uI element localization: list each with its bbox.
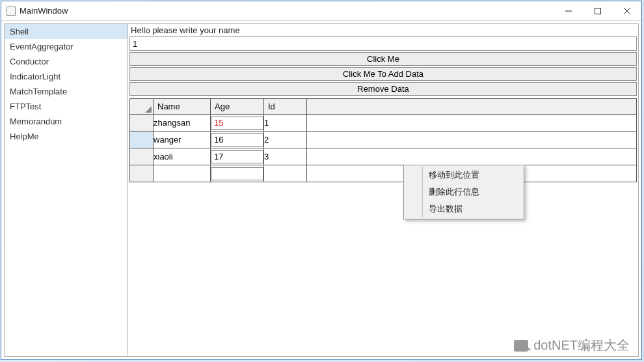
cell-name[interactable]: xiaoli bbox=[154, 148, 211, 165]
sidebar-item-eventaggregator[interactable]: EventAggregator bbox=[5, 39, 127, 54]
sidebar: Shell EventAggregator Conductor Indicato… bbox=[5, 24, 128, 356]
cell-age[interactable]: 17 bbox=[211, 148, 264, 165]
age-value[interactable]: 17 bbox=[211, 150, 263, 163]
cell-age[interactable] bbox=[211, 165, 264, 182]
sidebar-item-label: EventAggregator bbox=[10, 42, 74, 51]
sidebar-item-label: Memorandum bbox=[10, 117, 62, 126]
select-all-corner[interactable] bbox=[130, 99, 154, 115]
svg-rect-1 bbox=[595, 8, 600, 14]
main-panel: Hello please write your name Click Me Cl… bbox=[128, 24, 638, 356]
table-row[interactable]: xiaoli 17 3 bbox=[130, 148, 637, 165]
maximize-button[interactable] bbox=[583, 1, 612, 20]
app-icon bbox=[7, 7, 16, 16]
cell-spacer bbox=[307, 148, 637, 165]
cell-id[interactable]: 2 bbox=[264, 132, 307, 148]
sidebar-item-helpme[interactable]: HelpMe bbox=[5, 129, 127, 144]
watermark-text: dotNET编程大全 bbox=[533, 337, 630, 354]
close-button[interactable] bbox=[612, 1, 641, 20]
cell-name[interactable] bbox=[154, 165, 211, 182]
row-header[interactable] bbox=[130, 165, 154, 182]
table-row[interactable]: wanger 16 2 bbox=[130, 132, 637, 148]
column-header-name[interactable]: Name bbox=[154, 99, 211, 115]
age-value[interactable] bbox=[211, 167, 263, 180]
cell-id[interactable]: 1 bbox=[264, 115, 307, 132]
row-header[interactable] bbox=[130, 148, 154, 165]
header-row: Name Age Id bbox=[130, 99, 637, 115]
age-value[interactable]: 16 bbox=[211, 133, 263, 146]
sidebar-item-memorandum[interactable]: Memorandum bbox=[5, 114, 127, 129]
ctx-item-delete-row[interactable]: 删除此行信息 bbox=[405, 184, 522, 201]
row-header[interactable] bbox=[130, 115, 154, 132]
sidebar-item-label: IndicatorLight bbox=[10, 72, 60, 81]
cell-age[interactable]: 15 bbox=[211, 115, 264, 132]
sidebar-item-label: Conductor bbox=[10, 57, 49, 66]
name-input[interactable] bbox=[129, 36, 637, 51]
cell-id[interactable]: 3 bbox=[264, 148, 307, 165]
main-window: MainWindow Shell EventAggregator Conduct… bbox=[1, 1, 642, 360]
sidebar-item-conductor[interactable]: Conductor bbox=[5, 54, 127, 69]
cell-spacer bbox=[307, 115, 637, 132]
cell-name[interactable]: wanger bbox=[154, 132, 211, 148]
column-header-id[interactable]: Id bbox=[264, 99, 307, 115]
sidebar-item-label: Shell bbox=[10, 27, 29, 36]
sidebar-item-indicatorlight[interactable]: IndicatorLight bbox=[5, 69, 127, 84]
window-title: MainWindow bbox=[20, 6, 554, 16]
menu-gutter bbox=[422, 167, 423, 217]
client-area: Shell EventAggregator Conductor Indicato… bbox=[4, 23, 639, 357]
wechat-icon bbox=[514, 340, 528, 352]
cell-name[interactable]: zhangsan bbox=[154, 115, 211, 132]
cell-spacer bbox=[307, 132, 637, 148]
minimize-button[interactable] bbox=[554, 1, 583, 20]
add-data-button[interactable]: Click Me To Add Data bbox=[129, 67, 637, 81]
click-me-button[interactable]: Click Me bbox=[129, 52, 637, 66]
context-menu: 移动到此位置 删除此行信息 导出数据 bbox=[403, 165, 524, 219]
sidebar-item-label: MatchTemplate bbox=[10, 87, 67, 96]
column-header-spacer bbox=[307, 99, 637, 115]
cell-id[interactable] bbox=[264, 165, 307, 182]
corner-triangle-icon bbox=[145, 106, 152, 113]
sidebar-item-matchtemplate[interactable]: MatchTemplate bbox=[5, 84, 127, 99]
new-row[interactable] bbox=[130, 165, 637, 182]
sidebar-item-label: FTPTest bbox=[10, 102, 41, 111]
sidebar-item-shell[interactable]: Shell bbox=[5, 24, 127, 39]
watermark: dotNET编程大全 bbox=[514, 337, 630, 354]
ctx-item-move-here[interactable]: 移动到此位置 bbox=[405, 167, 522, 184]
prompt-label: Hello please write your name bbox=[128, 24, 638, 36]
table-row[interactable]: zhangsan 15 1 bbox=[130, 115, 637, 132]
sidebar-item-label: HelpMe bbox=[10, 132, 39, 141]
remove-data-button[interactable]: Remove Data bbox=[129, 82, 637, 96]
column-header-age[interactable]: Age bbox=[211, 99, 264, 115]
window-buttons bbox=[554, 1, 641, 20]
age-value[interactable]: 15 bbox=[211, 117, 263, 130]
ctx-item-export-data[interactable]: 导出数据 bbox=[405, 201, 522, 217]
data-grid[interactable]: Name Age Id zhangsan 15 1 bbox=[129, 98, 637, 182]
sidebar-item-ftptest[interactable]: FTPTest bbox=[5, 99, 127, 114]
title-bar[interactable]: MainWindow bbox=[1, 1, 641, 21]
cell-age[interactable]: 16 bbox=[211, 132, 264, 148]
row-header[interactable] bbox=[130, 132, 154, 148]
